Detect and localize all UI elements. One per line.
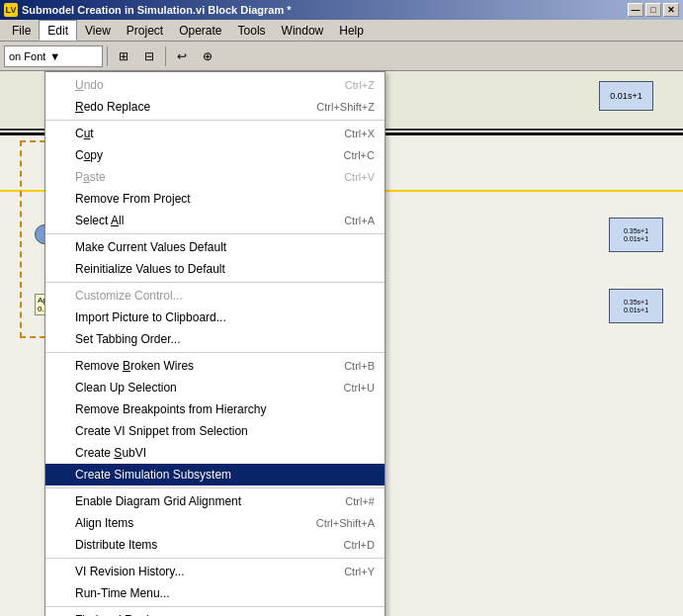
menu-item-import-picture-label: Import Picture to Clipboard... xyxy=(75,310,375,324)
close-button[interactable]: ✕ xyxy=(663,3,679,17)
menu-item-cut-label: Cut xyxy=(75,127,324,140)
menu-item-redo[interactable]: Redo Replace Ctrl+Shift+Z xyxy=(45,96,384,118)
menu-item-set-tabbing-label: Set Tabbing Order... xyxy=(75,332,375,346)
menu-item-paste-shortcut: Ctrl+V xyxy=(344,171,375,183)
menu-item-import-picture[interactable]: Import Picture to Clipboard... xyxy=(45,307,384,328)
menu-help[interactable]: Help xyxy=(331,20,372,41)
menu-item-remove-from-project[interactable]: Remove From Project xyxy=(45,188,384,210)
menu-item-find-replace[interactable]: Find and Replace... Ctrl+F xyxy=(45,609,384,616)
menu-item-runtime-menu[interactable]: Run-Time Menu... xyxy=(45,582,384,604)
menu-item-remove-from-project-label: Remove From Project xyxy=(75,192,375,206)
menu-item-align-items[interactable]: Align Items Ctrl+Shift+A xyxy=(45,512,384,534)
menu-item-customize-control-label: Customize Control... xyxy=(75,289,375,303)
menu-file[interactable]: File xyxy=(4,20,39,41)
title-bar: LV Submodel Creation in Simulation.vi Bl… xyxy=(0,0,683,20)
menu-section-undoredo: Undo Ctrl+Z Redo Replace Ctrl+Shift+Z xyxy=(45,72,384,121)
menu-item-distribute-items-label: Distribute Items xyxy=(75,538,324,552)
menu-item-create-snippet-label: Create VI Snippet from Selection xyxy=(75,424,375,438)
menu-section-customize: Customize Control... Import Picture to C… xyxy=(45,283,384,353)
menu-item-undo-label: Undo xyxy=(75,78,325,92)
menu-item-remove-broken-wires-label: Remove Broken Wires xyxy=(75,359,324,373)
diagram-right-block-bottom: 0.35s+10.01s+1 xyxy=(609,289,663,323)
menu-item-align-items-label: Align Items xyxy=(75,516,297,530)
menu-item-create-subvi[interactable]: Create SubVI xyxy=(45,442,384,464)
window-controls[interactable]: — □ ✕ xyxy=(628,3,679,17)
font-label: on Font xyxy=(9,50,45,62)
menu-section-wires: Remove Broken Wires Ctrl+B Clean Up Sele… xyxy=(45,353,384,488)
menu-item-reinitialize[interactable]: Reinitialize Values to Default xyxy=(45,258,384,280)
menu-project[interactable]: Project xyxy=(119,20,171,41)
menu-item-cut[interactable]: Cut Ctrl+X xyxy=(45,123,384,144)
font-dropdown[interactable]: on Font ▼ xyxy=(4,45,103,67)
toolbar-btn-1[interactable]: ⊞ xyxy=(112,44,135,68)
diagram-top-block: 0.01s+1 xyxy=(599,81,653,111)
menu-item-customize-control[interactable]: Customize Control... xyxy=(45,285,384,307)
menu-item-copy-label: Copy xyxy=(75,148,324,162)
menu-item-clean-up-label: Clean Up Selection xyxy=(75,381,324,395)
menu-item-distribute-items[interactable]: Distribute Items Ctrl+D xyxy=(45,534,384,556)
toolbar-separator-2 xyxy=(165,46,166,66)
menu-item-paste-label: Paste xyxy=(75,170,324,184)
menu-item-distribute-items-shortcut: Ctrl+D xyxy=(344,539,375,551)
menu-section-clipboard: Cut Ctrl+X Copy Ctrl+C Paste Ctrl+V Remo… xyxy=(45,121,384,234)
menu-item-clean-up[interactable]: Clean Up Selection Ctrl+U xyxy=(45,377,384,398)
menu-item-remove-breakpoints[interactable]: Remove Breakpoints from Hierarchy xyxy=(45,398,384,420)
menu-item-vi-revision-history-label: VI Revision History... xyxy=(75,565,324,578)
menu-item-enable-grid-label: Enable Diagram Grid Alignment xyxy=(75,494,325,508)
minimize-button[interactable]: — xyxy=(628,3,643,17)
menu-bar: File Edit View Project Operate Tools Win… xyxy=(0,20,683,42)
menu-item-vi-revision-history[interactable]: VI Revision History... Ctrl+Y xyxy=(45,561,384,582)
menu-item-create-snippet[interactable]: Create VI Snippet from Selection xyxy=(45,420,384,442)
menu-item-remove-broken-wires[interactable]: Remove Broken Wires Ctrl+B xyxy=(45,355,384,377)
menu-item-create-simulation-subsystem-label: Create Simulation Subsystem xyxy=(75,468,375,482)
menu-item-remove-broken-wires-shortcut: Ctrl+B xyxy=(344,360,375,372)
menu-item-cut-shortcut: Ctrl+X xyxy=(344,128,375,139)
menu-item-clean-up-shortcut: Ctrl+U xyxy=(344,382,375,394)
menu-item-make-default[interactable]: Make Current Values Default xyxy=(45,236,384,258)
menu-item-create-simulation-subsystem[interactable]: Create Simulation Subsystem xyxy=(45,464,384,485)
menu-item-select-all-label: Select All xyxy=(75,214,324,227)
menu-item-undo-shortcut: Ctrl+Z xyxy=(345,79,375,91)
menu-operate[interactable]: Operate xyxy=(171,20,229,41)
menu-item-create-subvi-label: Create SubVI xyxy=(75,446,375,460)
menu-item-redo-shortcut: Ctrl+Shift+Z xyxy=(316,101,375,113)
window-title: Submodel Creation in Simulation.vi Block… xyxy=(22,4,628,16)
font-dropdown-arrow: ▼ xyxy=(49,50,60,62)
menu-item-reinitialize-label: Reinitialize Values to Default xyxy=(75,262,375,276)
menu-item-select-all[interactable]: Select All Ctrl+A xyxy=(45,210,384,231)
menu-section-find: Find and Replace... Ctrl+F Show Search R… xyxy=(45,607,384,616)
menu-edit[interactable]: Edit xyxy=(39,20,77,41)
menu-item-undo[interactable]: Undo Ctrl+Z xyxy=(45,74,384,96)
menu-item-copy[interactable]: Copy Ctrl+C xyxy=(45,144,384,166)
menu-item-enable-grid[interactable]: Enable Diagram Grid Alignment Ctrl+# xyxy=(45,490,384,512)
menu-section-values: Make Current Values Default Reinitialize… xyxy=(45,234,384,283)
app-icon: LV xyxy=(4,3,18,17)
menu-item-select-all-shortcut: Ctrl+A xyxy=(344,215,375,226)
menu-item-paste[interactable]: Paste Ctrl+V xyxy=(45,166,384,188)
toolbar: on Font ▼ ⊞ ⊟ ↩ ⊕ xyxy=(0,42,683,71)
menu-view[interactable]: View xyxy=(77,20,119,41)
diagram-right-block-top: 0.35s+10.01s+1 xyxy=(609,218,663,252)
menu-item-remove-breakpoints-label: Remove Breakpoints from Hierarchy xyxy=(75,402,375,416)
menu-tools[interactable]: Tools xyxy=(230,20,274,41)
menu-window[interactable]: Window xyxy=(274,20,332,41)
maximize-button[interactable]: □ xyxy=(645,3,661,17)
menu-item-align-items-shortcut: Ctrl+Shift+A xyxy=(316,517,375,529)
toolbar-btn-4[interactable]: ⊕ xyxy=(196,44,219,68)
menu-section-history: VI Revision History... Ctrl+Y Run-Time M… xyxy=(45,559,384,607)
toolbar-btn-3[interactable]: ↩ xyxy=(170,44,194,68)
menu-item-enable-grid-shortcut: Ctrl+# xyxy=(345,495,375,507)
menu-item-vi-revision-history-shortcut: Ctrl+Y xyxy=(344,566,375,577)
edit-dropdown-menu: Undo Ctrl+Z Redo Replace Ctrl+Shift+Z Cu… xyxy=(44,71,385,616)
menu-item-make-default-label: Make Current Values Default xyxy=(75,240,375,254)
menu-section-grid: Enable Diagram Grid Alignment Ctrl+# Ali… xyxy=(45,488,384,559)
menu-item-runtime-menu-label: Run-Time Menu... xyxy=(75,586,375,600)
menu-item-copy-shortcut: Ctrl+C xyxy=(344,149,375,161)
menu-item-set-tabbing[interactable]: Set Tabbing Order... xyxy=(45,328,384,350)
main-content: Undo Ctrl+Z Redo Replace Ctrl+Shift+Z Cu… xyxy=(0,71,683,616)
toolbar-separator-1 xyxy=(107,46,108,66)
toolbar-btn-2[interactable]: ⊟ xyxy=(137,44,161,68)
menu-item-redo-label: Redo Replace xyxy=(75,100,297,114)
